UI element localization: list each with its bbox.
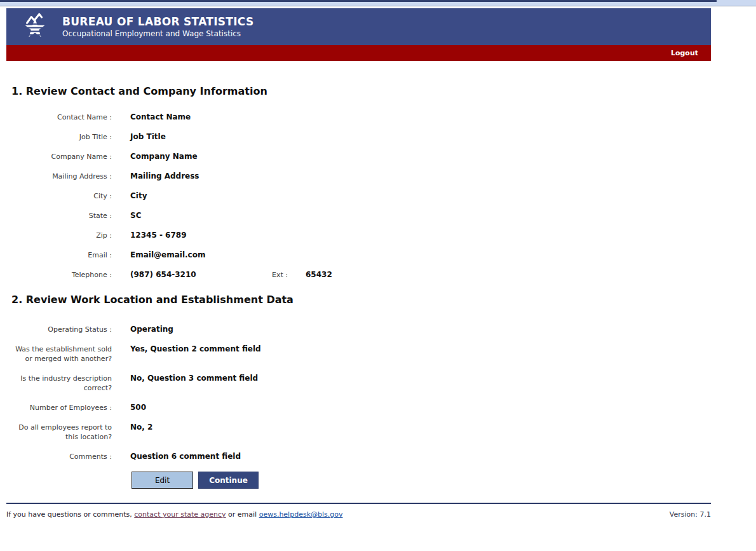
- telephone-row: Telephone : (987) 654-3210Ext :65432: [6, 270, 711, 280]
- number-of-employees-row: Number of Employees : 500: [6, 403, 711, 412]
- field-label: Job Title :: [6, 132, 112, 142]
- footer-help-text: If you have questions or comments, conta…: [6, 510, 343, 519]
- field-label: Company Name :: [6, 152, 112, 161]
- telephone-value: (987) 654-3210: [130, 270, 272, 280]
- field-value: Operating: [130, 325, 173, 334]
- job-title-row: Job Title : Job Title: [6, 132, 711, 142]
- field-value: 500: [130, 403, 146, 412]
- field-label: Zip :: [6, 231, 112, 240]
- app-title: BUREAU OF LABOR STATISTICS: [62, 16, 254, 28]
- section-2-heading: 2. Review Work Location and Establishmen…: [11, 294, 711, 306]
- comments-row: Comments : Question 6 comment field: [6, 452, 711, 461]
- field-value: (987) 654-3210Ext :65432: [130, 270, 332, 280]
- field-value: Contact Name: [130, 112, 191, 122]
- field-label: Operating Status :: [6, 325, 112, 334]
- field-value: City: [130, 191, 147, 201]
- field-label: Number of Employees :: [6, 403, 112, 412]
- app-subtitle: Occupational Employment and Wage Statist…: [62, 29, 254, 38]
- top-navy-line: [0, 0, 717, 2]
- state-agency-link[interactable]: contact your state agency: [134, 510, 226, 519]
- page-container: BUREAU OF LABOR STATISTICS Occupational …: [6, 8, 711, 519]
- logout-link[interactable]: Logout: [671, 49, 698, 57]
- field-value: Question 6 comment field: [130, 452, 241, 461]
- zip-row: Zip : 12345 - 6789: [6, 231, 711, 240]
- field-value: Mailing Address: [130, 172, 199, 181]
- field-value: No, Question 3 comment field: [130, 374, 258, 393]
- app-header: BUREAU OF LABOR STATISTICS Occupational …: [6, 8, 711, 45]
- browser-top-strip: [0, 0, 756, 6]
- field-value: Job Title: [130, 132, 166, 142]
- field-label: State :: [6, 211, 112, 221]
- mailing-address-row: Mailing Address : Mailing Address: [6, 172, 711, 181]
- field-label: Was the establishment sold or merged wit…: [6, 344, 112, 364]
- field-label: Contact Name :: [6, 112, 112, 122]
- field-label: City :: [6, 191, 112, 201]
- ext-label: Ext :: [272, 271, 288, 279]
- field-value: Company Name: [130, 152, 198, 161]
- email-row: Email : Email@email.com: [6, 250, 711, 260]
- city-row: City : City: [6, 191, 711, 201]
- field-label: Telephone :: [6, 270, 112, 280]
- ext-value: 65432: [306, 270, 332, 279]
- field-value: SC: [130, 211, 141, 221]
- field-value: No, 2: [130, 423, 152, 442]
- operating-status-row: Operating Status : Operating: [6, 325, 711, 334]
- field-value: Yes, Question 2 comment field: [130, 344, 261, 364]
- section-1-heading: 1. Review Contact and Company Informatio…: [11, 85, 711, 97]
- field-label: Do all employees report to this location…: [6, 423, 112, 442]
- version-label: Version: 7.1: [670, 510, 711, 519]
- helpdesk-email-link[interactable]: oews.helpdesk@bls.gov: [259, 510, 343, 519]
- button-row: Edit Continue: [132, 472, 711, 489]
- state-row: State : SC: [6, 211, 711, 221]
- sold-or-merged-row: Was the establishment sold or merged wit…: [6, 344, 711, 364]
- bls-star-logo-icon: [20, 12, 51, 41]
- main-content: 1. Review Contact and Company Informatio…: [6, 61, 711, 489]
- header-title-block: BUREAU OF LABOR STATISTICS Occupational …: [62, 16, 254, 38]
- field-label: Is the industry description correct?: [6, 374, 112, 393]
- contact-name-row: Contact Name : Contact Name: [6, 112, 711, 122]
- field-label: Email :: [6, 250, 112, 260]
- field-label: Comments :: [6, 452, 112, 461]
- company-name-row: Company Name : Company Name: [6, 152, 711, 161]
- footer-text-middle: or email: [226, 510, 259, 519]
- continue-button[interactable]: Continue: [198, 472, 259, 489]
- field-label: Mailing Address :: [6, 172, 112, 181]
- footer: If you have questions or comments, conta…: [6, 503, 711, 519]
- field-value: Email@email.com: [130, 250, 205, 260]
- field-value: 12345 - 6789: [130, 231, 186, 240]
- red-nav-bar: Logout: [6, 45, 711, 61]
- industry-description-row: Is the industry description correct? No,…: [6, 374, 711, 393]
- edit-button[interactable]: Edit: [132, 472, 193, 489]
- employees-report-row: Do all employees report to this location…: [6, 423, 711, 442]
- footer-text-prefix: If you have questions or comments,: [6, 510, 134, 519]
